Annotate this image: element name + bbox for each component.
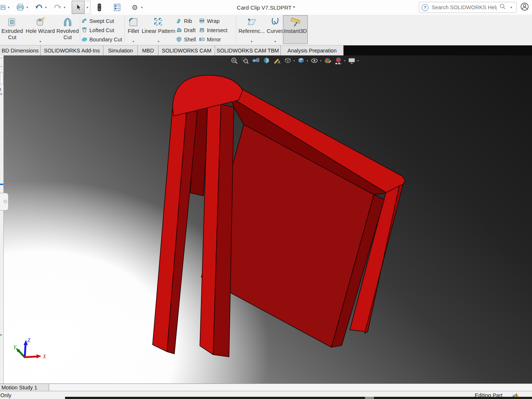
wrap-button[interactable]: Wrap bbox=[199, 16, 233, 25]
quick-access-toolbar: ▾ ▾ ▾ ▾ ▾ ⚙ ▾ bbox=[0, 0, 144, 15]
reference-geometry-caret[interactable]: ▾ bbox=[251, 40, 252, 43]
shell-label: Shell bbox=[184, 37, 196, 42]
panel-expand-arrow-icon[interactable]: ▸ bbox=[0, 332, 2, 337]
titlebar: ▾ ▾ ▾ ▾ ▾ ⚙ ▾ Car bbox=[0, 0, 532, 15]
lofted-cut-label: Lofted Cut bbox=[89, 27, 114, 33]
select-dropdown-caret[interactable]: ▾ bbox=[85, 1, 91, 14]
hole-wizard-icon bbox=[35, 17, 46, 28]
save-dropdown-caret[interactable]: ▾ bbox=[6, 3, 11, 12]
search-input[interactable] bbox=[431, 4, 497, 11]
tab-simulation[interactable]: Simulation bbox=[103, 45, 138, 55]
reference-geometry-label: Referenc... bbox=[239, 28, 265, 34]
mirror-label: Mirror bbox=[207, 37, 221, 42]
tab-solidworks-addins[interactable]: SOLIDWORKS Add-Ins bbox=[41, 45, 103, 55]
main-area: t > ▸ A ▾ ▾ ▾ ▾ bbox=[0, 55, 532, 383]
linear-pattern-label: Linear Pattern bbox=[141, 28, 175, 34]
boundary-cut-label: Boundary Cut bbox=[89, 37, 122, 42]
shell-button[interactable]: Shell bbox=[176, 35, 197, 44]
settings-gear-icon[interactable]: ⚙ bbox=[130, 3, 139, 12]
rib-label: Rib bbox=[184, 18, 192, 24]
options-list-icon[interactable] bbox=[113, 3, 122, 12]
card-clip-3d-model[interactable] bbox=[4, 55, 532, 383]
tab-motion-study-1[interactable]: Motion Study 1 bbox=[0, 384, 49, 391]
intersect-button[interactable]: Intersect bbox=[199, 25, 233, 35]
draft-icon bbox=[176, 27, 182, 33]
hole-wizard-button[interactable]: Hole Wizard ▾ bbox=[24, 16, 56, 44]
rib-icon bbox=[176, 18, 182, 24]
panel-splitter-tab[interactable] bbox=[0, 193, 8, 211]
fillet-label: Fillet bbox=[128, 28, 139, 34]
mirror-icon bbox=[199, 36, 205, 42]
motion-study-bar: Motion Study 1 bbox=[0, 383, 532, 391]
linear-pattern-caret[interactable]: ▾ bbox=[158, 40, 159, 43]
tab-mbd-dimensions[interactable]: BD Dimensions bbox=[0, 45, 41, 55]
reference-geometry-button[interactable]: Referenc... ▾ bbox=[237, 16, 266, 44]
graphics-viewport[interactable]: A ▾ ▾ ▾ ▾ ▾ bbox=[4, 55, 532, 383]
revolved-cut-label: Revolved Cut bbox=[56, 28, 79, 41]
x-axis-arrow bbox=[37, 354, 41, 358]
panel-fragment-box bbox=[0, 72, 3, 84]
settings-dropdown-caret[interactable]: ▾ bbox=[139, 3, 145, 12]
extruded-cut-icon bbox=[7, 17, 18, 28]
traffic-light-icon[interactable] bbox=[95, 3, 104, 12]
wrap-stack: Wrap Intersect Mirror bbox=[199, 16, 233, 44]
instant3d-button[interactable]: Instant3D bbox=[283, 15, 308, 44]
curves-caret[interactable]: ▾ bbox=[274, 40, 276, 43]
undo-icon[interactable] bbox=[34, 3, 43, 12]
lofted-cut-button[interactable]: Lofted Cut bbox=[81, 25, 123, 35]
tab-solidworks-cam[interactable]: SOLIDWORKS CAM bbox=[158, 45, 215, 55]
tab-mbd[interactable]: MBD bbox=[138, 45, 158, 55]
ribbon-separator bbox=[80, 16, 80, 43]
tab-analysis-preparation[interactable]: Analysis Preparation bbox=[281, 45, 344, 55]
wrap-label: Wrap bbox=[207, 18, 219, 24]
panel-accent-line bbox=[0, 184, 3, 185]
help-search-box[interactable]: ? ▾ bbox=[419, 2, 516, 13]
draft-button[interactable]: Draft bbox=[176, 25, 197, 35]
instant3d-icon bbox=[290, 17, 301, 28]
cut-stack: Swept Cut Lofted Cut Boundary Cut bbox=[81, 16, 123, 44]
curves-label: Curves bbox=[267, 28, 284, 34]
intersect-label: Intersect bbox=[207, 27, 228, 33]
panel-fragment-line bbox=[0, 66, 3, 67]
undo-dropdown-caret[interactable]: ▾ bbox=[43, 3, 49, 12]
tab-solidworks-cam-tbm[interactable]: SOLIDWORKS CAM TBM bbox=[215, 45, 281, 55]
panel-fragment-line bbox=[0, 58, 3, 58]
search-dropdown-caret[interactable]: ▾ bbox=[508, 3, 514, 12]
ribbon-separator bbox=[125, 16, 125, 43]
save-icon[interactable] bbox=[0, 3, 6, 12]
linear-pattern-icon bbox=[153, 17, 164, 28]
panel-fragment-text: t > bbox=[0, 87, 3, 96]
redo-dropdown-caret[interactable]: ▾ bbox=[62, 3, 68, 12]
print-dropdown-caret[interactable]: ▾ bbox=[25, 3, 30, 12]
redo-icon[interactable] bbox=[53, 3, 62, 12]
account-icon[interactable] bbox=[520, 2, 529, 13]
extruded-cut-label: Extruded Cut bbox=[1, 28, 24, 41]
search-icon[interactable] bbox=[499, 3, 506, 11]
swept-cut-button[interactable]: Swept Cut bbox=[81, 16, 123, 25]
featuremanager-collapsed-panel[interactable]: t > ▸ bbox=[0, 55, 4, 383]
solidworks-window: ▾ ▾ ▾ ▾ ▾ ⚙ ▾ Car bbox=[0, 0, 532, 399]
print-icon[interactable] bbox=[16, 3, 25, 12]
curves-button[interactable]: Curves ▾ bbox=[267, 16, 284, 44]
status-message: Only bbox=[0, 392, 11, 398]
shell-icon bbox=[176, 36, 182, 42]
rib-button[interactable]: Rib bbox=[176, 16, 197, 25]
draft-label: Draft bbox=[184, 27, 195, 33]
extruded-cut-button[interactable]: Extruded Cut bbox=[1, 16, 24, 44]
fillet-button[interactable]: Fillet ▾ bbox=[126, 16, 141, 44]
fillet-caret[interactable]: ▾ bbox=[133, 40, 134, 43]
swept-cut-icon bbox=[81, 18, 88, 24]
boundary-cut-button[interactable]: Boundary Cut bbox=[81, 35, 123, 44]
revolved-cut-button[interactable]: Revolved Cut bbox=[56, 16, 79, 44]
bottom-edge-strip bbox=[65, 397, 532, 399]
help-icon[interactable]: ? bbox=[422, 4, 429, 11]
select-tool-button[interactable] bbox=[72, 1, 85, 14]
rib-stack: Rib Draft Shell bbox=[176, 16, 197, 44]
hole-wizard-caret[interactable]: ▾ bbox=[40, 40, 41, 43]
fillet-icon bbox=[128, 17, 139, 28]
features-toolbar: Extruded Cut Hole Wizard ▾ Revolved Cut … bbox=[0, 15, 532, 45]
curves-icon bbox=[270, 17, 281, 28]
lofted-cut-icon bbox=[81, 27, 88, 33]
linear-pattern-button[interactable]: Linear Pattern ▾ bbox=[141, 16, 175, 44]
mirror-button[interactable]: Mirror bbox=[199, 35, 233, 44]
